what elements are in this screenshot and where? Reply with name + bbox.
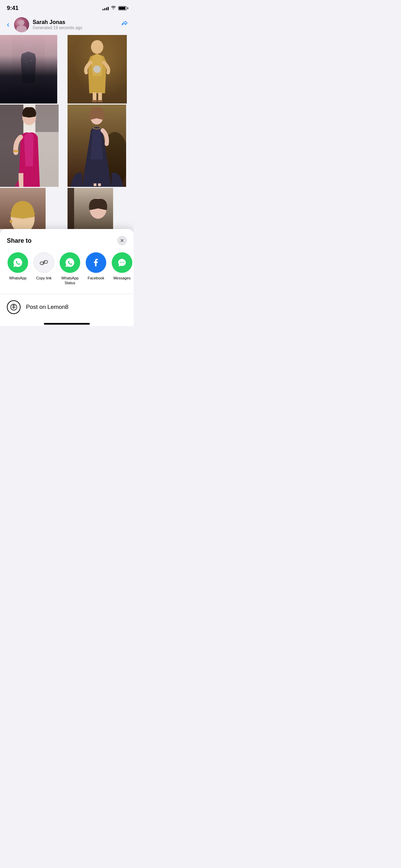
svg-rect-14: [29, 96, 33, 98]
close-button[interactable]: ✕: [117, 236, 127, 245]
messages-icon: [112, 252, 132, 273]
svg-rect-0: [0, 35, 57, 104]
avatar: [14, 17, 29, 32]
svg-rect-12: [29, 83, 32, 97]
svg-rect-27: [13, 150, 19, 152]
share-app-copylink[interactable]: Copy link: [32, 252, 56, 286]
share-sheet: Share to ✕ WhatsApp Copy link: [0, 229, 134, 326]
back-button[interactable]: ‹: [5, 19, 11, 31]
svg-rect-2: [0, 35, 12, 104]
svg-point-42: [122, 262, 123, 263]
whatsapp-icon: [8, 252, 28, 273]
nav-info: Sarah Jonas Generated 19 seconds ago: [33, 19, 117, 30]
battery-icon: [118, 6, 127, 10]
svg-point-41: [120, 262, 121, 263]
grid-item-5[interactable]: [0, 188, 46, 229]
share-button[interactable]: [121, 20, 128, 29]
svg-point-17: [91, 40, 103, 54]
lemon8-row[interactable]: Post on Lemon8: [0, 294, 134, 320]
status-icons: [102, 6, 127, 11]
svg-point-37: [10, 220, 12, 223]
copylink-icon: [34, 252, 54, 273]
wifi-icon: [111, 6, 116, 11]
grid-item-1[interactable]: [0, 35, 57, 104]
svg-point-5: [24, 40, 33, 50]
svg-rect-18: [93, 93, 96, 101]
svg-rect-39: [68, 188, 74, 229]
svg-rect-19: [98, 93, 102, 101]
lemon8-icon: [7, 300, 21, 314]
messages-label: Messages: [113, 276, 131, 280]
svg-rect-21: [97, 100, 102, 102]
grid-item-2[interactable]: [68, 35, 127, 104]
svg-rect-13: [24, 96, 28, 98]
svg-point-10: [25, 72, 26, 73]
signal-icon: [102, 6, 109, 10]
share-header: Share to ✕: [0, 236, 134, 252]
image-grid: [0, 35, 134, 229]
svg-point-43: [123, 262, 124, 263]
whatsapp-status-icon: [60, 252, 80, 273]
share-app-whatsapp-status[interactable]: WhatsApp Status: [58, 252, 82, 286]
share-app-whatsapp[interactable]: WhatsApp: [5, 252, 30, 286]
copylink-label: Copy link: [36, 276, 51, 280]
share-app-messages[interactable]: Messages: [110, 252, 134, 286]
status-time: 9:41: [7, 5, 19, 12]
scroll-indicator: [93, 65, 101, 73]
svg-rect-1: [0, 86, 57, 104]
facebook-label: Facebook: [88, 276, 104, 280]
user-name: Sarah Jonas: [33, 19, 117, 25]
home-indicator: [0, 320, 134, 326]
grid-item-4[interactable]: [68, 105, 126, 187]
share-app-facebook[interactable]: Facebook: [84, 252, 108, 286]
svg-point-6: [26, 62, 26, 63]
lemon8-label: Post on Lemon8: [26, 304, 69, 311]
status-bar: 9:41: [0, 0, 134, 14]
home-bar: [44, 323, 90, 325]
share-title: Share to: [7, 237, 32, 244]
whatsapp-status-label: WhatsApp Status: [58, 276, 82, 286]
svg-point-8: [27, 69, 28, 70]
svg-point-7: [29, 65, 30, 66]
share-apps-row: WhatsApp Copy link WhatsApp Status: [0, 252, 134, 294]
svg-rect-34: [97, 186, 101, 187]
svg-rect-20: [92, 100, 97, 102]
grid-item-6[interactable]: [68, 188, 113, 229]
facebook-icon: [86, 252, 106, 273]
navigation-bar: ‹ Sarah Jonas Generated 19 seconds ago: [0, 14, 134, 35]
grid-item-3[interactable]: [0, 105, 59, 187]
svg-point-9: [31, 60, 32, 61]
svg-rect-4: [21, 56, 36, 86]
nav-subtitle: Generated 19 seconds ago: [33, 25, 117, 30]
svg-rect-11: [24, 83, 27, 97]
whatsapp-label: WhatsApp: [9, 276, 27, 280]
svg-rect-33: [93, 186, 97, 187]
svg-rect-3: [45, 35, 57, 104]
